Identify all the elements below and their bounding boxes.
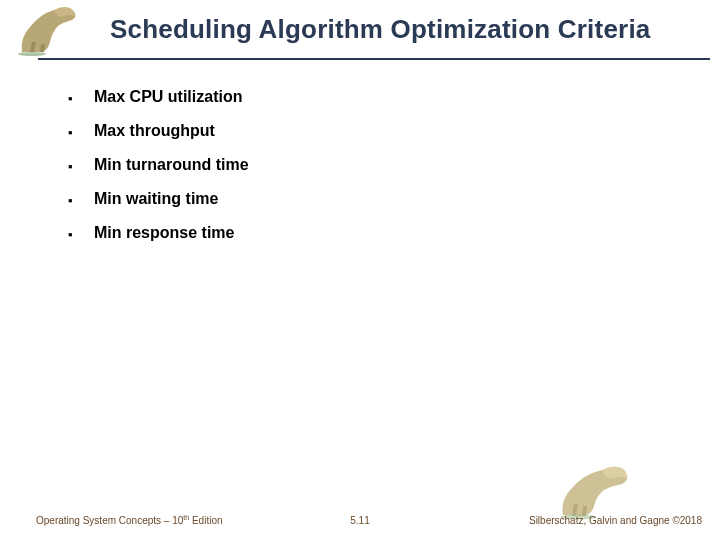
slide-header: Scheduling Algorithm Optimization Criter… [0, 0, 720, 62]
square-bullet-icon: ▪ [68, 160, 80, 173]
left-sidebar [0, 0, 32, 540]
list-item: ▪ Min waiting time [68, 190, 688, 208]
bullet-list: ▪ Max CPU utilization ▪ Max throughput ▪… [68, 88, 688, 258]
list-item: ▪ Max throughput [68, 122, 688, 140]
footer-copyright: Silberschatz, Galvin and Gagne ©2018 [529, 515, 702, 526]
header-divider [38, 58, 710, 60]
svg-point-0 [18, 52, 46, 56]
slide-footer: Operating System Concepts – 10th Edition… [0, 504, 720, 540]
dinosaur-logo-icon [12, 2, 92, 57]
bullet-text: Min waiting time [94, 190, 218, 208]
list-item: ▪ Max CPU utilization [68, 88, 688, 106]
bullet-text: Max CPU utilization [94, 88, 242, 106]
bullet-text: Max throughput [94, 122, 215, 140]
square-bullet-icon: ▪ [68, 92, 80, 105]
list-item: ▪ Min turnaround time [68, 156, 688, 174]
bullet-text: Min turnaround time [94, 156, 249, 174]
bullet-text: Min response time [94, 224, 234, 242]
slide: Scheduling Algorithm Optimization Criter… [0, 0, 720, 540]
list-item: ▪ Min response time [68, 224, 688, 242]
square-bullet-icon: ▪ [68, 126, 80, 139]
slide-title: Scheduling Algorithm Optimization Criter… [110, 14, 710, 45]
square-bullet-icon: ▪ [68, 194, 80, 207]
square-bullet-icon: ▪ [68, 228, 80, 241]
